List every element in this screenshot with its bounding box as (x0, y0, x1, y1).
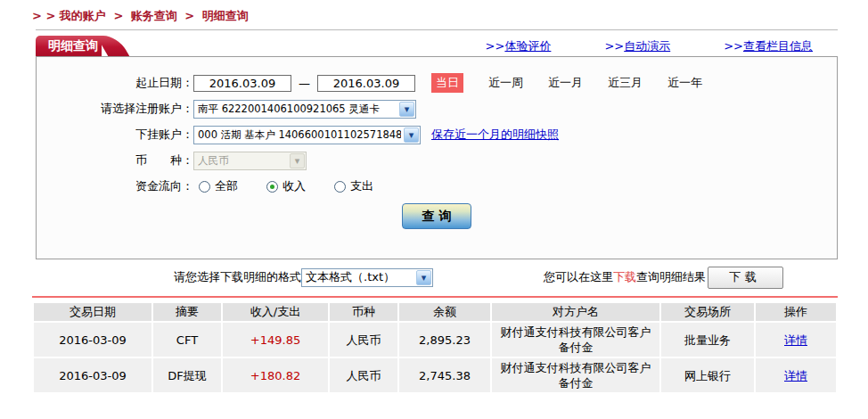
query-form-panel: 起止日期： — 当日 近一周 近一月 近三月 近一年 请选择注册账户： 南平 6… (36, 56, 838, 259)
link-label: 体验评价 (504, 39, 551, 53)
registered-account-select[interactable]: 南平 6222001406100921065 灵通卡 ▾ (193, 100, 416, 119)
link-experience-review[interactable]: >>体验评价 (486, 38, 552, 54)
header-channel: 交易场所 (661, 303, 754, 321)
flow-option-expense-label: 支出 (350, 178, 373, 194)
detail-link[interactable]: 详情 (784, 369, 807, 382)
query-button-row: 查 询 (37, 203, 837, 229)
cell-action: 详情 (756, 358, 836, 392)
cell-channel: 批量业务 (661, 323, 754, 357)
breadcrumb-item-account-query[interactable]: 账务查询 (131, 9, 177, 22)
breadcrumb-separator: > (184, 9, 194, 22)
quick-range-week[interactable]: 近一周 (488, 75, 523, 91)
cell-balance: 2,895.23 (399, 323, 490, 357)
fund-flow-label: 资金流向： (37, 178, 193, 194)
currency-row: 币 种： 人民币 ▾ (37, 151, 837, 170)
download-format-label: 请您选择下载明细的格式 (174, 269, 301, 285)
cell-summary: DF提现 (153, 358, 221, 392)
flow-option-income[interactable]: 收入 (266, 178, 306, 194)
download-hint: 您可以在这里下载查询明细结果 (544, 269, 706, 285)
arrows-prefix: >> (604, 39, 624, 53)
flow-option-all-label: 全部 (215, 178, 238, 194)
link-label: 自动演示 (624, 39, 670, 53)
chevron-down-icon: ▾ (404, 127, 419, 143)
currency-value: 人民币 (198, 154, 287, 168)
link-view-column-info[interactable]: >>查看栏目信息 (724, 38, 813, 54)
end-date-input[interactable] (317, 75, 415, 92)
breadcrumb-separator: > (113, 9, 123, 22)
flow-option-income-label: 收入 (283, 178, 306, 194)
quick-range-today-badge[interactable]: 当日 (431, 73, 463, 93)
sub-account-row: 下挂账户： 000 活期 基本户 1406600101102571848 ▾ 保… (37, 125, 837, 144)
header-summary: 摘要 (153, 303, 221, 321)
header-date: 交易日期 (34, 303, 151, 321)
flow-option-expense[interactable]: 支出 (334, 178, 373, 194)
link-auto-demo[interactable]: >>自动演示 (604, 38, 670, 54)
radio-icon[interactable] (199, 181, 210, 193)
start-date-input[interactable] (193, 75, 291, 92)
sub-account-value: 000 活期 基本户 1406600101102571848 (198, 128, 401, 142)
header-counterparty: 对方户名 (492, 303, 659, 321)
date-range-label: 起止日期： (37, 75, 193, 91)
tab-detail-query[interactable]: 明细查询 (36, 36, 102, 56)
registered-account-row: 请选择注册账户： 南平 6222001406100921065 灵通卡 ▾ (37, 99, 837, 119)
quick-range-year[interactable]: 近一年 (667, 75, 702, 91)
registered-account-value: 南平 6222001406100921065 灵通卡 (198, 103, 397, 116)
table-header-row: 交易日期 摘要 收入/支出 币种 余额 对方户名 交易场所 操作 (34, 303, 836, 321)
red-divider (32, 296, 838, 298)
link-label: 查看栏目信息 (743, 39, 813, 53)
sub-account-label: 下挂账户： (37, 127, 193, 143)
radio-icon[interactable] (266, 181, 278, 193)
cell-amount: +149.85 (223, 323, 328, 357)
cell-counterparty: 财付通支付科技有限公司客户备付金 (492, 323, 659, 357)
flow-option-all[interactable]: 全部 (199, 178, 238, 194)
table-row: 2016-03-09 DF提现 +180.82 人民币 2,745.38 财付通… (34, 358, 836, 392)
arrows-prefix: >> (724, 39, 743, 53)
cell-balance: 2,745.38 (399, 358, 490, 392)
table-row: 2016-03-09 CFT +149.85 人民币 2,895.23 财付通支… (34, 323, 836, 357)
download-format-select[interactable]: 文本格式（.txt） ▾ (301, 268, 433, 287)
cell-currency: 人民币 (330, 358, 397, 392)
cell-action: 详情 (756, 323, 836, 357)
tab-label: 明细查询 (48, 38, 98, 53)
download-hint-suffix: 查询明细结果 (636, 270, 706, 283)
download-hint-prefix: 您可以在这里 (544, 270, 613, 283)
chevron-down-icon: ▾ (399, 102, 414, 117)
quick-range-quarter[interactable]: 近三月 (608, 75, 643, 91)
header-action: 操作 (756, 303, 836, 321)
download-button[interactable]: 下载 (708, 267, 783, 289)
fund-flow-row: 资金流向： 全部 收入 支出 (37, 177, 837, 196)
query-button[interactable]: 查 询 (402, 203, 471, 229)
quick-range-month[interactable]: 近一月 (548, 75, 583, 91)
breadcrumb-item-my-account[interactable]: 我的账户 (60, 9, 106, 22)
chevron-down-icon: ▾ (416, 270, 431, 285)
download-format-value: 文本格式（.txt） (306, 269, 414, 285)
sub-account-select[interactable]: 000 活期 基本户 1406600101102571848 ▾ (193, 126, 421, 144)
cell-date: 2016-03-09 (34, 323, 151, 357)
breadcrumb: > > 我的账户 > 账务查询 > 明细查询 (0, 0, 868, 24)
download-inline-link[interactable]: 下载 (613, 270, 636, 283)
cell-channel: 网上银行 (661, 358, 754, 392)
registered-account-label: 请选择注册账户： (37, 101, 193, 117)
detail-link[interactable]: 详情 (784, 333, 807, 347)
currency-select-disabled: 人民币 ▾ (193, 152, 307, 170)
header-currency: 币种 (330, 303, 397, 321)
cell-counterparty: 财付通支付科技有限公司客户备付金 (492, 358, 659, 392)
header-balance: 余额 (399, 303, 490, 321)
arrows-prefix: >> (486, 39, 505, 53)
cell-currency: 人民币 (330, 323, 397, 357)
save-monthly-snapshot-link[interactable]: 保存近一个月的明细快照 (431, 127, 559, 143)
page: > > 我的账户 > 账务查询 > 明细查询 明细查询 >>体验评价 >>自动演… (0, 0, 868, 394)
header-amount: 收入/支出 (223, 303, 328, 321)
transactions-table: 交易日期 摘要 收入/支出 币种 余额 对方户名 交易场所 操作 2016-03… (32, 301, 838, 394)
download-row: 请您选择下载明细的格式 文本格式（.txt） ▾ 您可以在这里下载查询明细结果 … (36, 266, 838, 289)
radio-icon[interactable] (334, 181, 346, 193)
cell-summary: CFT (153, 323, 221, 357)
currency-label: 币 种： (37, 152, 193, 168)
top-links: >>体验评价 >>自动演示 >>查看栏目信息 (486, 38, 838, 54)
breadcrumb-prefix: > > (32, 9, 55, 22)
breadcrumb-item-detail-query[interactable]: 明细查询 (202, 9, 249, 22)
cell-date: 2016-03-09 (34, 358, 151, 392)
date-range-dash: — (299, 77, 310, 90)
cell-amount: +180.82 (223, 358, 328, 392)
divider-line (36, 29, 838, 30)
